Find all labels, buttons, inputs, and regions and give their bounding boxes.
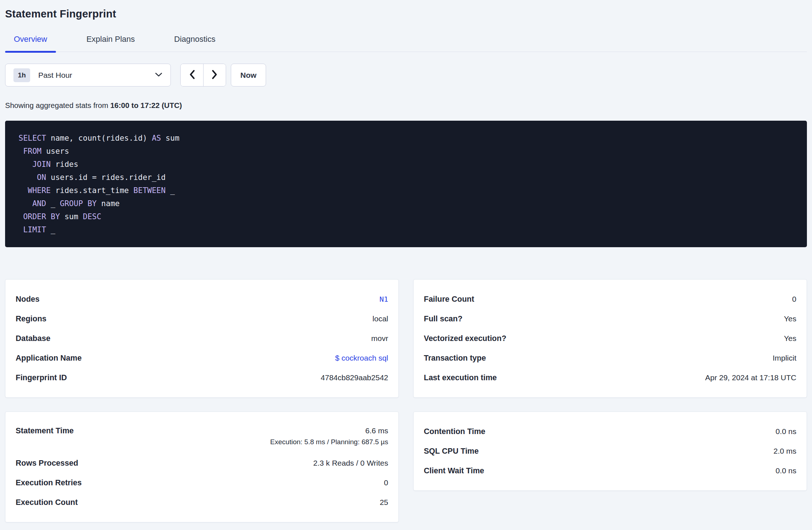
sql-line: ORDER BY sum DESC [19,210,793,223]
sql-token: _ [166,186,175,195]
previous-range-button[interactable] [181,64,203,86]
vectorized-execution-label: Vectorized execution? [424,334,506,343]
kv-row-nodes: Nodes N1 [16,289,388,309]
kv-row-vectorized-execution: Vectorized execution? Yes [424,329,796,348]
kv-row-client-wait-time: Client Wait Time 0.0 ns [424,461,796,481]
database-label: Database [16,334,51,343]
sql-token: sum [60,212,83,221]
full-scan-value: Yes [784,314,796,323]
execution-retries-value: 0 [384,478,388,487]
sql-token-keyword: JOIN [32,160,51,169]
page-title: Statement Fingerprint [5,0,807,20]
sql-token [19,212,23,221]
client-wait-time-label: Client Wait Time [424,466,484,475]
sql-token: sum [161,134,180,142]
kv-row-database: Database movr [16,329,388,348]
fingerprint-id-value: 4784cb829aab2542 [321,373,388,382]
wait-timing-card: Contention Time 0.0 ns SQL CPU Time 2.0 … [413,411,807,491]
sql-token-keyword: GROUP BY [60,199,97,208]
sql-line: WHERE rides.start_time BETWEEN _ [19,184,793,197]
aggregated-stats-prefix: Showing aggregated stats from [5,101,110,109]
vectorized-execution-value: Yes [784,334,796,343]
application-name-label: Application Name [16,354,82,363]
aggregated-stats-range: 16:00 to 17:22 (UTC) [110,101,182,109]
sql-token [19,186,28,195]
kv-row-rows-processed: Rows Processed 2.3 k Reads / 0 Writes [16,453,388,473]
sql-token-keyword: ON [37,173,46,182]
tabs-bar: Overview Explain Plans Diagnostics [5,35,807,52]
kv-row-statement-time: Statement Time 6.6 ms Execution: 5.8 ms … [16,422,388,453]
sql-statement-box: SELECT name, count(rides.id) AS sum FROM… [5,121,807,247]
sql-token [19,160,32,169]
kv-row-transaction-type: Transaction type Implicit [424,348,796,368]
kv-row-fingerprint-id: Fingerprint ID 4784cb829aab2542 [16,368,388,388]
overview-cards-row: Nodes N1 Regions local Database movr App… [5,279,807,398]
contention-time-value: 0.0 ns [776,427,796,436]
time-toolbar: 1h Past Hour Now [5,64,807,87]
statement-fingerprint-page: Statement Fingerprint Overview Explain P… [0,0,812,522]
transaction-type-value: Implicit [773,354,796,362]
sql-token: name, count(rides.id) [46,134,152,142]
rows-processed-label: Rows Processed [16,459,78,468]
statement-details-card: Nodes N1 Regions local Database movr App… [5,279,399,398]
client-wait-time-value: 0.0 ns [776,466,796,475]
kv-row-last-execution-time: Last execution time Apr 29, 2024 at 17:1… [424,368,796,388]
kv-row-failure-count: Failure Count 0 [424,289,796,309]
nodes-link[interactable]: N1 [379,295,388,304]
kv-row-full-scan: Full scan? Yes [424,309,796,329]
execution-count-value: 25 [380,498,388,507]
next-range-button[interactable] [203,64,226,86]
sql-token: users [41,147,69,156]
sql-token [19,225,23,234]
kv-row-regions: Regions local [16,309,388,329]
application-name-link[interactable]: $ cockroach sql [335,354,388,362]
sql-token: _ [46,199,60,208]
sql-token: users.id = rides.rider_id [46,173,166,182]
tab-overview[interactable]: Overview [5,35,56,52]
sql-line: AND _ GROUP BY name [19,197,793,210]
chevron-right-icon [212,69,218,81]
sql-token-keyword: AND [32,199,46,208]
sql-cpu-time-value: 2.0 ms [773,447,796,455]
chevron-down-icon [155,72,162,79]
database-value: movr [371,334,388,343]
sql-line: SELECT name, count(rides.id) AS sum [19,132,793,145]
execution-retries-label: Execution Retries [16,478,82,487]
kv-row-application-name: Application Name $ cockroach sql [16,348,388,368]
time-range-dropdown[interactable]: 1h Past Hour [5,64,171,87]
chevron-left-icon [189,69,195,81]
tab-explain-plans[interactable]: Explain Plans [78,35,144,52]
sql-line: LIMIT _ [19,223,793,236]
statement-time-breakdown: Execution: 5.8 ms / Planning: 687.5 µs [270,438,388,446]
last-execution-time-value: Apr 29, 2024 at 17:18 UTC [705,373,796,382]
kv-row-contention-time: Contention Time 0.0 ns [424,422,796,441]
regions-value: local [373,314,388,323]
full-scan-label: Full scan? [424,314,462,324]
sql-token-keyword: LIMIT [23,225,46,234]
kv-row-execution-retries: Execution Retries 0 [16,473,388,493]
sql-token-keyword: BETWEEN [133,186,166,195]
sql-token-keyword: WHERE [28,186,51,195]
time-range-label: Past Hour [38,71,155,80]
sql-token-keyword: ORDER BY [23,212,60,221]
now-button[interactable]: Now [231,64,266,87]
sql-token: rides [51,160,79,169]
sql-line: FROM users [19,145,793,158]
statement-time-value-block: 6.6 ms Execution: 5.8 ms / Planning: 687… [270,426,388,446]
statement-time-label: Statement Time [16,426,74,435]
rows-processed-value: 2.3 k Reads / 0 Writes [313,459,388,467]
kv-row-execution-count: Execution Count 25 [16,493,388,512]
failure-count-label: Failure Count [424,295,474,304]
sql-token: name [97,199,120,208]
sql-token-keyword: SELECT [19,134,46,142]
nodes-label: Nodes [16,295,40,304]
sql-cpu-time-label: SQL CPU Time [424,447,479,456]
sql-token [19,173,37,182]
sql-token-keyword: DESC [83,212,101,221]
sql-token [19,147,23,156]
kv-row-sql-cpu-time: SQL CPU Time 2.0 ms [424,441,796,461]
failure-count-value: 0 [792,295,796,304]
tab-diagnostics[interactable]: Diagnostics [165,35,224,52]
execution-count-label: Execution Count [16,498,78,507]
time-range-badge: 1h [13,68,30,82]
